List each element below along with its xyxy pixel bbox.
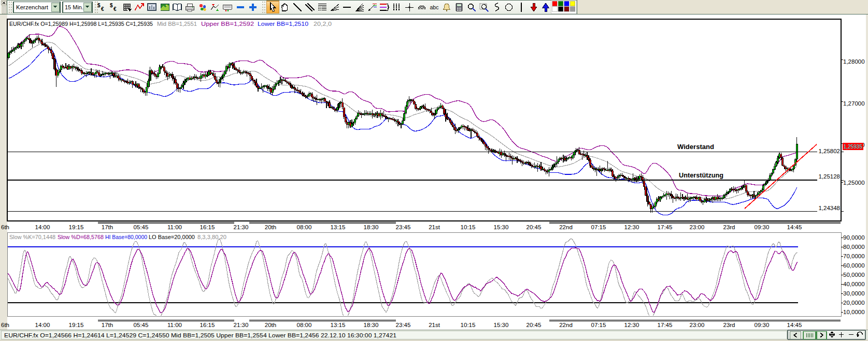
svg-text:21:30: 21:30 — [234, 322, 249, 328]
svg-text:20th: 20th — [265, 322, 276, 328]
svg-text:09:30: 09:30 — [755, 322, 770, 328]
svg-text:1,28000: 1,28000 — [843, 58, 865, 65]
svg-text:19:15: 19:15 — [69, 224, 84, 230]
svg-text:13:15: 13:15 — [331, 322, 346, 328]
svg-text:LO Base=20,0000: LO Base=20,0000 — [149, 234, 195, 240]
svg-text:08:00: 08:00 — [297, 224, 312, 230]
svg-text:€: € — [101, 6, 104, 12]
svg-text:20:45: 20:45 — [527, 322, 542, 328]
svg-text:60,0000: 60,0000 — [843, 262, 865, 269]
svg-text:10,0000: 10,0000 — [843, 309, 865, 315]
svg-text:17:45: 17:45 — [658, 224, 673, 230]
svg-text:90,0000: 90,0000 — [843, 234, 865, 241]
svg-text:Unterstützung: Unterstützung — [679, 172, 723, 179]
svg-text:80,0000: 80,0000 — [843, 244, 865, 250]
svg-text:€: € — [113, 6, 117, 12]
svg-text:10:15: 10:15 — [461, 322, 476, 328]
svg-text:21st: 21st — [429, 224, 440, 230]
svg-text:abc: abc — [430, 4, 439, 10]
svg-text:23:00: 23:00 — [690, 322, 705, 328]
svg-text:14:00: 14:00 — [35, 224, 50, 230]
svg-text:21st: 21st — [429, 322, 440, 328]
svg-text:EUR/CHF.fx O=1,24566 H=1,24614: EUR/CHF.fx O=1,24566 H=1,24614 L=1,24529… — [4, 332, 396, 338]
svg-text:07:15: 07:15 — [591, 224, 606, 230]
svg-text:05:45: 05:45 — [134, 322, 149, 328]
svg-text:07:15: 07:15 — [591, 322, 606, 328]
svg-text:16:15: 16:15 — [200, 224, 215, 230]
svg-text:20th: 20th — [265, 224, 276, 230]
svg-text:6th: 6th — [1, 224, 9, 230]
svg-text:Kerzenchart: Kerzenchart — [16, 4, 48, 10]
svg-text:20:45: 20:45 — [527, 224, 542, 230]
svg-text:1,25000: 1,25000 — [843, 180, 865, 186]
svg-text:70,0000: 70,0000 — [843, 253, 865, 259]
svg-text:18:30: 18:30 — [364, 224, 379, 230]
svg-text:23rd: 23rd — [723, 322, 735, 328]
svg-text:Upper BB=1,2592: Upper BB=1,2592 — [201, 21, 254, 27]
svg-text:20,2,0: 20,2,0 — [314, 21, 332, 27]
svg-text:12:30: 12:30 — [624, 224, 639, 230]
svg-text:50,0000: 50,0000 — [843, 272, 865, 278]
svg-text:1,25802: 1,25802 — [818, 148, 840, 154]
svg-text:17th: 17th — [102, 322, 113, 328]
svg-text:23:45: 23:45 — [396, 224, 411, 230]
svg-text:12:30: 12:30 — [624, 322, 639, 328]
svg-text:14:45: 14:45 — [787, 224, 802, 230]
svg-text:Slow %D=68,5768: Slow %D=68,5768 — [58, 234, 104, 240]
svg-text:10:15: 10:15 — [461, 224, 476, 230]
svg-text:08:00: 08:00 — [297, 322, 312, 328]
svg-text:Mid BB=1,2551: Mid BB=1,2551 — [157, 21, 197, 27]
svg-text:23rd: 23rd — [723, 224, 735, 230]
svg-text:$: $ — [110, 3, 113, 8]
svg-text:11:00: 11:00 — [167, 322, 182, 328]
svg-text:22nd: 22nd — [559, 224, 573, 230]
svg-text:19:15: 19:15 — [69, 322, 84, 328]
svg-text:05:45: 05:45 — [134, 224, 149, 230]
svg-text:18:30: 18:30 — [364, 322, 379, 328]
svg-text:8,3,3,80,20: 8,3,3,80,20 — [197, 234, 226, 240]
svg-text:Slow %K=70,1448: Slow %K=70,1448 — [9, 234, 55, 240]
svg-text:$: $ — [97, 3, 101, 8]
svg-text:17th: 17th — [102, 224, 113, 230]
svg-text:21:30: 21:30 — [234, 224, 249, 230]
svg-text:Lower BB=1,2510: Lower BB=1,2510 — [258, 21, 308, 27]
svg-text:15:30: 15:30 — [494, 224, 509, 230]
svg-text:11:00: 11:00 — [167, 224, 182, 230]
svg-text:13:15: 13:15 — [331, 224, 346, 230]
svg-text:EUR/CHF.fx O=1,25989 H=1,25998: EUR/CHF.fx O=1,25989 H=1,25998 L=1,25935… — [9, 21, 153, 27]
svg-text:HI Base=80,0000: HI Base=80,0000 — [105, 234, 147, 240]
svg-text:1,24348: 1,24348 — [818, 205, 840, 211]
svg-text:09:30: 09:30 — [755, 224, 770, 230]
svg-text:15:30: 15:30 — [494, 322, 509, 328]
svg-text:15 Min.: 15 Min. — [65, 4, 83, 10]
svg-text:1,25935: 1,25935 — [844, 143, 863, 150]
svg-text:30,0000: 30,0000 — [843, 290, 865, 296]
svg-text:23:00: 23:00 — [690, 224, 705, 230]
svg-text:1,27000: 1,27000 — [843, 100, 865, 107]
svg-text:17:45: 17:45 — [658, 322, 673, 328]
svg-text:6th: 6th — [1, 322, 9, 328]
svg-text:40,0000: 40,0000 — [843, 281, 865, 287]
svg-text:14:00: 14:00 — [35, 322, 50, 328]
svg-text:Widerstand: Widerstand — [677, 143, 714, 151]
svg-text:23:45: 23:45 — [396, 322, 411, 328]
svg-text:22nd: 22nd — [559, 322, 573, 328]
svg-text:14:45: 14:45 — [787, 322, 802, 328]
svg-text:20,0000: 20,0000 — [843, 300, 865, 306]
svg-text:16:15: 16:15 — [200, 322, 215, 328]
svg-text:1,25128: 1,25128 — [818, 173, 840, 180]
